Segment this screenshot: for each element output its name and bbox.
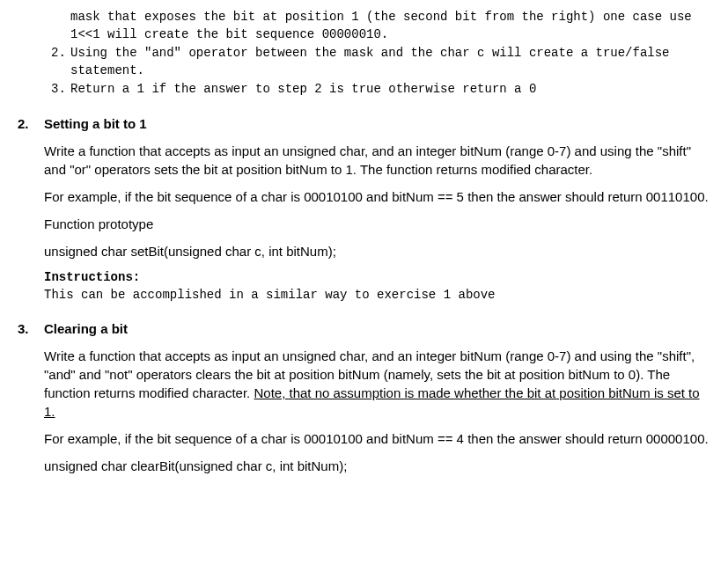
- section-3: 3. Clearing a bit Write a function that …: [18, 319, 710, 475]
- sublist-num-blank: [51, 9, 70, 43]
- sublist-item-3: 3. Return a 1 if the answer to step 2 is…: [51, 81, 710, 99]
- section-3-header: 3. Clearing a bit: [18, 319, 710, 338]
- section-3-p1: Write a function that accepts as input a…: [44, 347, 710, 421]
- sublist-text-1: mask that exposes the bit at position 1 …: [70, 9, 710, 43]
- sublist-item-1-cont: mask that exposes the bit at position 1 …: [51, 9, 710, 43]
- section-2-header: 2. Setting a bit to 1: [18, 114, 710, 133]
- section-2-instructions-text: This can be accomplished in a similar wa…: [44, 287, 710, 304]
- sublist-item-2: 2. Using the "and" operator between the …: [51, 45, 710, 79]
- sublist-num-3: 3.: [51, 81, 70, 99]
- section-3-num: 3.: [18, 319, 44, 338]
- sublist-text-3: Return a 1 if the answer to step 2 is tr…: [70, 81, 710, 99]
- section-2-instructions-label: Instructions:: [44, 269, 710, 287]
- section-2-num: 2.: [18, 114, 44, 133]
- section-3-p3: unsigned char clearBit(unsigned char c, …: [44, 457, 710, 475]
- section-3-title: Clearing a bit: [44, 319, 128, 338]
- top-sublist: mask that exposes the bit at position 1 …: [51, 9, 710, 99]
- section-2-title: Setting a bit to 1: [44, 114, 147, 133]
- section-2-body: Write a function that accepts as input a…: [44, 142, 710, 304]
- section-2-p4: unsigned char setBit(unsigned char c, in…: [44, 242, 710, 260]
- section-2: 2. Setting a bit to 1 Write a function t…: [18, 114, 710, 304]
- sublist-num-2: 2.: [51, 45, 70, 79]
- section-2-p3: Function prototype: [44, 215, 710, 233]
- section-2-p2: For example, if the bit sequence of a ch…: [44, 187, 710, 206]
- section-3-p2: For example, if the bit sequence of a ch…: [44, 429, 710, 448]
- sublist-text-2: Using the "and" operator between the mas…: [70, 45, 710, 79]
- section-2-p1: Write a function that accepts as input a…: [44, 142, 710, 179]
- section-3-body: Write a function that accepts as input a…: [44, 347, 710, 475]
